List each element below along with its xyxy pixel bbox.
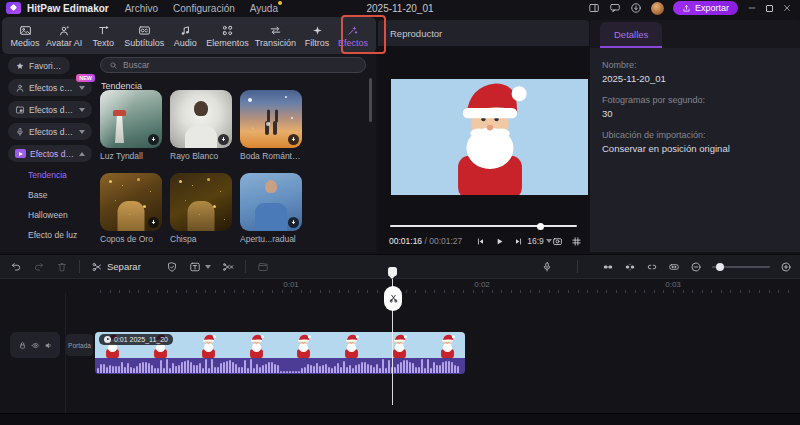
hide-track-icon[interactable] xyxy=(31,341,40,350)
sidebar-item-efectos-de-fondo[interactable]: Efectos de f... xyxy=(8,101,92,118)
tab-medios[interactable]: Medios xyxy=(10,24,40,48)
effect-thumbnail-copos-de-oro[interactable] xyxy=(100,173,162,231)
clip-export-button[interactable] xyxy=(257,261,269,273)
unlink-button[interactable] xyxy=(646,261,658,273)
clip-label: 0:01 2025_11_20 xyxy=(99,334,173,345)
menu-archivo[interactable]: Archivo xyxy=(125,3,158,14)
link-clips-button[interactable] xyxy=(602,261,614,273)
field-value: 30 xyxy=(602,108,788,119)
zoom-slider[interactable] xyxy=(712,266,770,268)
download-icon[interactable] xyxy=(218,134,229,145)
effect-card[interactable]: Chispa xyxy=(170,173,232,244)
tab-transicion[interactable]: Transición xyxy=(255,24,296,48)
maximize-button[interactable] xyxy=(766,5,773,12)
user-avatar[interactable] xyxy=(651,2,664,15)
fit-timeline-button[interactable] xyxy=(668,261,680,273)
player-progress-bar[interactable] xyxy=(390,225,577,227)
download-center-icon[interactable] xyxy=(630,2,642,14)
layout-panels-icon[interactable] xyxy=(588,2,600,14)
clip-waveform[interactable] xyxy=(95,358,465,374)
search-input[interactable] xyxy=(123,60,357,70)
delete-button[interactable] xyxy=(56,261,68,273)
effect-thumbnail-boda-romantica[interactable] xyxy=(240,90,302,148)
minimize-button[interactable] xyxy=(747,3,757,13)
sidebar-item-favoritos[interactable]: Favoritos xyxy=(8,57,70,74)
export-button[interactable]: Exportar xyxy=(673,1,738,15)
tab-subtitulos[interactable]: Subtítulos xyxy=(124,24,164,48)
menu-configuracion[interactable]: Configuración xyxy=(173,3,235,14)
zoom-in-button[interactable] xyxy=(780,261,792,273)
previous-frame-button[interactable] xyxy=(475,236,486,247)
close-button[interactable] xyxy=(782,3,792,13)
scrollbar-thumb[interactable] xyxy=(369,78,372,122)
redo-button[interactable] xyxy=(33,261,45,273)
download-icon[interactable] xyxy=(148,217,159,228)
zoom-slider-knob[interactable] xyxy=(716,263,724,271)
tab-detalles[interactable]: Detalles xyxy=(600,22,662,48)
sidebar-item-efectos-de-audio[interactable]: Efectos de A... xyxy=(8,123,92,140)
export-icon xyxy=(682,4,691,13)
undo-button[interactable] xyxy=(10,261,22,273)
tab-filtros[interactable]: Filtros xyxy=(302,24,332,48)
cover-button[interactable]: Portada xyxy=(66,334,93,356)
effect-card[interactable]: Rayo Blanco xyxy=(170,90,232,161)
download-icon[interactable] xyxy=(288,217,299,228)
trim-button[interactable] xyxy=(222,261,234,273)
grid-button[interactable] xyxy=(571,236,582,247)
menu-ayuda[interactable]: Ayuda xyxy=(250,3,278,14)
split-button[interactable]: Separar xyxy=(91,261,141,273)
play-button[interactable] xyxy=(494,236,505,247)
ruler-label: 0:03 xyxy=(665,280,681,289)
aspect-ratio-selector[interactable]: 16:9 xyxy=(527,236,552,246)
mask-button[interactable] xyxy=(166,261,178,273)
effects-panel: Favoritos Efectos corp... NEW Efectos de… xyxy=(0,54,376,252)
next-frame-button[interactable] xyxy=(513,236,524,247)
santa-thumbnail-frame xyxy=(342,333,361,358)
download-icon[interactable] xyxy=(288,134,299,145)
video-preview[interactable] xyxy=(391,79,588,195)
effect-card[interactable]: Luz Tyndall xyxy=(100,90,162,161)
feedback-icon[interactable] xyxy=(609,2,621,14)
effect-thumbnail-rayo-blanco[interactable] xyxy=(170,90,232,148)
zoom-out-button[interactable] xyxy=(690,261,702,273)
video-clip[interactable]: 0:01 2025_11_20 xyxy=(95,332,465,374)
magnetic-timeline-button[interactable] xyxy=(624,261,636,273)
tab-texto[interactable]: Texto xyxy=(88,24,118,48)
effect-thumbnail-chispa[interactable] xyxy=(170,173,232,231)
effect-thumbnail-luz-tyndall[interactable] xyxy=(100,90,162,148)
playhead-handle[interactable] xyxy=(388,267,397,276)
record-voiceover-button[interactable] xyxy=(541,261,553,273)
search-box[interactable] xyxy=(100,57,366,73)
lock-track-icon[interactable] xyxy=(18,341,27,350)
subcategory-base[interactable]: Base xyxy=(28,190,96,200)
status-bar xyxy=(0,413,800,425)
playhead-split-button[interactable] xyxy=(384,286,402,311)
app-name: HitPaw Edimakor xyxy=(27,3,109,14)
snapshot-button[interactable] xyxy=(552,236,563,247)
effects-sidebar: Favoritos Efectos corp... NEW Efectos de… xyxy=(0,54,96,252)
progress-knob[interactable] xyxy=(537,223,544,230)
star-icon xyxy=(15,61,25,71)
clip-filmstrip[interactable]: 0:01 2025_11_20 xyxy=(95,332,465,358)
avatar-ai-icon xyxy=(58,24,71,37)
mute-track-icon[interactable] xyxy=(44,341,53,350)
effect-card[interactable]: Apertu...radual xyxy=(240,173,302,244)
effect-card[interactable]: Copos de Oro xyxy=(100,173,162,244)
tab-elementos[interactable]: Elementos xyxy=(206,24,249,48)
download-icon[interactable] xyxy=(148,134,159,145)
details-tab-strip: Detalles xyxy=(590,20,800,48)
sidebar-item-efectos-corporales[interactable]: Efectos corp... NEW xyxy=(8,79,92,96)
sidebar-item-efectos-de-video[interactable]: Efectos de vi... xyxy=(8,145,92,162)
tab-avatar-ai[interactable]: Avatar AI xyxy=(46,24,82,48)
effect-thumbnail-apertura-gradual[interactable] xyxy=(240,173,302,231)
subcategory-halloween[interactable]: Halloween xyxy=(28,210,96,220)
subcategory-efecto-de-luz[interactable]: Efecto de luz xyxy=(28,230,96,240)
chevron-down-icon xyxy=(79,130,85,134)
text-style-button[interactable] xyxy=(189,261,211,273)
tab-efectos[interactable]: Efectos xyxy=(338,24,368,48)
chevron-up-icon xyxy=(79,152,85,156)
subcategory-tendencia[interactable]: Tendencia xyxy=(28,170,96,180)
tab-audio[interactable]: Audio xyxy=(170,24,200,48)
effect-card[interactable]: Boda Romántica xyxy=(240,90,302,161)
titlebar-actions: Exportar xyxy=(588,1,800,15)
